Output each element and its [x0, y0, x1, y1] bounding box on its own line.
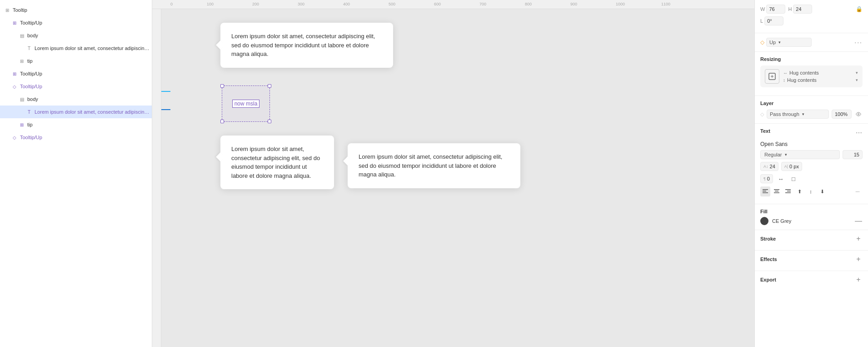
instance-icon: ◇	[11, 83, 18, 90]
text-metrics-row-1: A↕ 24 A| 0 px	[760, 162, 863, 171]
add-stroke-btn[interactable]: +	[854, 235, 863, 243]
layer-item-tooltip-up-3[interactable]: ◇ Tooltip/Up	[0, 80, 152, 93]
resize-handle-bl[interactable]	[220, 120, 224, 123]
width-chevron[interactable]: ▾	[856, 70, 858, 75]
svg-rect-5	[774, 189, 779, 190]
add-export-btn[interactable]: +	[854, 276, 863, 284]
width-input[interactable]	[766, 5, 785, 14]
resize-handle-br[interactable]	[268, 120, 271, 123]
layer-item-tip-1[interactable]: ⊞ tip	[0, 55, 152, 67]
layer-item-tooltip-root[interactable]: ⊞ Tooltip	[0, 4, 152, 16]
right-panel: W H 🔒 L ◇ Up ▾ ···	[754, 0, 868, 347]
font-style-select[interactable]: Regular ▾	[760, 150, 840, 159]
rotation-input[interactable]	[764, 16, 783, 25]
layer-section: Layer ◇ Pass through ▾	[755, 96, 868, 124]
resize-handle-tr[interactable]	[268, 84, 271, 88]
visibility-toggle[interactable]	[854, 110, 863, 118]
layer-item-lorem-1[interactable]: T Lorem ipsum dolor sit amet, consectetu…	[0, 42, 152, 55]
valign-bot-btn[interactable]: ⬇	[817, 186, 827, 196]
tooltip-card-2[interactable]: Lorem ipsum dolor sit amet, consectetur …	[220, 136, 334, 189]
valign-mid-btn[interactable]: ↕	[806, 186, 816, 196]
fill-section: Fill CE Grey —	[755, 204, 868, 230]
selected-box-text: now msla	[232, 100, 260, 108]
height-chevron[interactable]: ▾	[856, 78, 858, 82]
frame-icon: ⊞	[18, 57, 25, 65]
fill-color-name: CE Grey	[772, 218, 851, 224]
blend-mode-select[interactable]: Pass through ▾	[767, 110, 829, 119]
tooltip-tip-1	[216, 40, 225, 50]
instance-icon: ◇	[11, 134, 18, 141]
layer-item-body-1[interactable]: ▤ body	[0, 29, 152, 42]
layer-item-tooltip-up-1[interactable]: ⊞ Tooltip/Up	[0, 16, 152, 29]
ruler-mark-1	[161, 91, 170, 92]
svg-rect-10	[785, 192, 791, 193]
text-section-header: Text ⋯	[760, 128, 863, 137]
rotation-item: L	[760, 16, 783, 25]
stroke-header: Stroke +	[760, 235, 863, 243]
tooltip-card-3[interactable]: Lorem ipsum dolor sit amet, consectetur …	[348, 143, 520, 188]
wh-row: W H 🔒	[760, 5, 863, 14]
letter-spacing-value: 0 px	[789, 164, 799, 169]
text-section: Text ⋯ Open Sans Regular ▾ A↕ 24 A| 0 px…	[755, 124, 868, 204]
layer-item-body-2[interactable]: ▤ body	[0, 93, 152, 106]
selected-box[interactable]: now msla	[222, 85, 270, 122]
constraint-icon[interactable]: 🔒	[856, 6, 863, 12]
line-height-value: 24	[770, 164, 775, 169]
svg-rect-4	[763, 192, 768, 193]
layer-blend-row: ◇ Pass through ▾	[760, 110, 863, 119]
fill-row: CE Grey —	[760, 217, 863, 225]
resize-height-row: ↕ Hug contents ▾	[783, 77, 858, 83]
direction-row: ◇ Up ▾ ···	[760, 38, 863, 47]
layer-item-lorem-2[interactable]: T Lorem ipsum dolor sit amet, consectetu…	[0, 106, 152, 118]
valign-top-btn[interactable]: ⬆	[794, 186, 804, 196]
align-right-btn[interactable]	[783, 186, 793, 196]
canvas-area[interactable]: 0 100 200 300 400 500 600 700 800 900 10…	[152, 0, 754, 347]
export-section: Export +	[755, 271, 868, 291]
opacity-input[interactable]	[832, 110, 852, 119]
fill-header: Fill	[760, 209, 863, 214]
paragraph-spacing-item: ¶ 0	[760, 174, 773, 183]
tooltip-text-2: Lorem ipsum dolor sit amet, consectetur …	[231, 145, 323, 180]
line-height-label: A↕	[763, 164, 768, 169]
layer-item-tip-2[interactable]: ⊞ tip	[0, 118, 152, 131]
layer-item-tooltip-up-2[interactable]: ⊞ Tooltip/Up	[0, 67, 152, 80]
font-size-input[interactable]	[843, 150, 863, 159]
height-input[interactable]	[793, 5, 812, 14]
resize-handle-tl[interactable]	[220, 84, 224, 88]
layer-item-tooltip-up-4[interactable]: ◇ Tooltip/Up	[0, 131, 152, 144]
tooltip-card-1[interactable]: Lorem ipsum dolor sit amet, consectetur …	[220, 23, 393, 68]
ruler-vertical	[152, 9, 161, 347]
svg-rect-2	[763, 189, 768, 190]
resize-frame-icon	[765, 69, 779, 84]
resize-col: ↔ Hug contents ▾ ↕ Hug contents ▾	[783, 70, 858, 83]
letter-spacing-item: A| 0 px	[781, 162, 802, 171]
align-center-btn[interactable]	[772, 186, 782, 196]
text-more-btn[interactable]: ···	[853, 186, 863, 196]
svg-rect-8	[785, 189, 791, 190]
text-icon: T	[25, 45, 33, 52]
resizing-title: Resizing	[760, 56, 863, 62]
paragraph-spacing-label: ¶	[763, 176, 766, 181]
height-item: H	[788, 5, 812, 14]
direction-select[interactable]: Up ▾	[766, 38, 812, 47]
remove-fill-btn[interactable]: —	[854, 217, 863, 225]
paragraph-spacing-value: 0	[767, 176, 770, 181]
width-item: W	[760, 5, 785, 14]
tooltip-tip-3	[343, 156, 352, 166]
stroke-section: Stroke +	[755, 230, 868, 251]
effects-section: Effects +	[755, 251, 868, 271]
direction-dots-menu[interactable]: ···	[854, 39, 863, 46]
text-dots-menu[interactable]: ⋯	[856, 129, 863, 136]
canvas-content: Lorem ipsum dolor sit amet, consectetur …	[161, 9, 754, 347]
ruler-mark-2	[161, 109, 170, 110]
component-icon: ⊞	[11, 70, 18, 77]
align-left-btn[interactable]	[760, 186, 770, 196]
svg-rect-9	[787, 191, 791, 192]
effects-header: Effects +	[760, 255, 863, 263]
font-name: Open Sans	[760, 141, 863, 147]
text-decoration-btn[interactable]: ↔	[776, 174, 786, 184]
fill-color-swatch[interactable]	[760, 217, 768, 225]
add-effect-btn[interactable]: +	[854, 255, 863, 263]
text-resize-btn[interactable]: □	[788, 174, 798, 184]
width-hug-label: Hug contents	[789, 70, 854, 75]
